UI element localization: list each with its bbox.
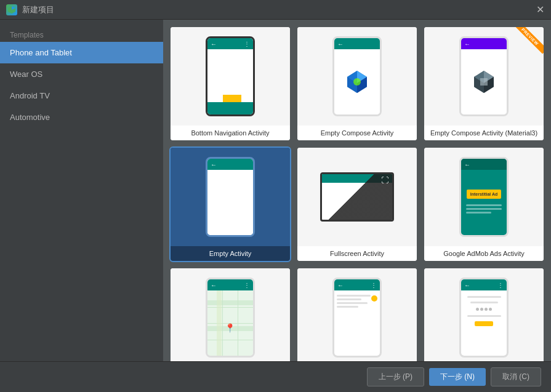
preview-ribbon: PREVIEW bbox=[513, 27, 544, 58]
svg-point-7 bbox=[353, 78, 361, 86]
sidebar-item-phone-tablet[interactable]: Phone and Tablet bbox=[0, 42, 163, 63]
template-card-admob[interactable]: ← Interstitial Ad Google AdMob Ads Act bbox=[424, 148, 544, 261]
fullscreen-mockup: ⛶ ▶ bbox=[320, 172, 394, 222]
phone-mockup-empty: ← bbox=[206, 157, 255, 237]
cancel-button[interactable]: 取消 (C) bbox=[491, 367, 541, 386]
compose-mockup-m3: ← bbox=[459, 36, 509, 116]
sidebar-section-label: Templates bbox=[0, 26, 163, 42]
template-card-login[interactable]: ← ⋮ bbox=[424, 268, 544, 361]
card-label-admob: Google AdMob Ads Activity bbox=[424, 246, 544, 261]
window-title: 新建项目 bbox=[22, 4, 535, 15]
preview-badge: PREVIEW bbox=[513, 27, 544, 54]
login-mockup: ← ⋮ bbox=[459, 278, 509, 358]
compose-mockup: ← bbox=[332, 36, 382, 116]
card-label-fullscreen: Fullscreen Activity bbox=[297, 246, 417, 261]
template-card-empty-compose-m3[interactable]: ← bbox=[424, 27, 544, 140]
template-area: ← ⋮ Bottom Navigation Activity ← bbox=[163, 20, 551, 361]
card-label-empty-activity: Empty Activity bbox=[171, 246, 290, 261]
next-button[interactable]: 下一步 (N) bbox=[429, 368, 486, 386]
sidebar-item-wear-os[interactable]: Wear OS bbox=[0, 63, 163, 85]
template-grid: ← ⋮ Bottom Navigation Activity ← bbox=[171, 27, 544, 361]
sidebar-item-automotive[interactable]: Automotive bbox=[0, 106, 163, 128]
svg-marker-13 bbox=[480, 78, 488, 86]
main-content: Templates Phone and Tablet Wear OS Andro… bbox=[0, 20, 551, 361]
template-card-fullscreen[interactable]: ⛶ ▶ Fullscreen Activity bbox=[297, 148, 417, 261]
template-card-nav-drawer[interactable]: ← ⋮ Navigation Drawer Activity bbox=[297, 268, 417, 361]
template-card-bottom-nav[interactable]: ← ⋮ Bottom Navigation Activity bbox=[171, 27, 290, 140]
interstitial-ad-badge: Interstitial Ad bbox=[467, 190, 501, 199]
template-card-empty-activity[interactable]: ← Empty Activity bbox=[171, 148, 290, 261]
nav-mockup: ← ⋮ bbox=[332, 278, 382, 358]
card-label-empty-compose: Empty Compose Activity bbox=[297, 126, 417, 140]
close-button[interactable]: ✕ bbox=[535, 5, 545, 15]
template-card-empty-compose[interactable]: ← bbox=[297, 27, 417, 140]
card-label-empty-compose-m3: Empty Compose Activity (Material3) bbox=[424, 126, 544, 140]
app-icon bbox=[6, 4, 17, 15]
title-bar: 新建项目 ✕ bbox=[0, 0, 551, 20]
prev-button[interactable]: 上一步 (P) bbox=[367, 367, 424, 386]
phone-mockup-bottom-nav: ← ⋮ bbox=[206, 36, 255, 116]
map-mockup: ← ⋮ bbox=[206, 278, 255, 358]
sidebar-item-android-tv[interactable]: Android TV bbox=[0, 85, 163, 106]
sidebar: Templates Phone and Tablet Wear OS Andro… bbox=[0, 20, 163, 361]
template-card-maps[interactable]: ← ⋮ bbox=[171, 268, 290, 361]
compose-cube-m3-icon bbox=[470, 68, 497, 95]
card-label-bottom-nav: Bottom Navigation Activity bbox=[171, 126, 290, 140]
bottom-bar: 上一步 (P) 下一步 (N) 取消 (C) bbox=[0, 361, 551, 392]
admob-mockup: ← Interstitial Ad bbox=[459, 157, 509, 237]
compose-cube-icon bbox=[344, 68, 371, 95]
